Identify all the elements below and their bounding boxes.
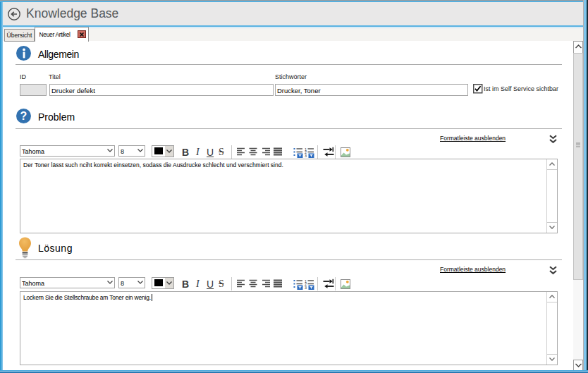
svg-text:3: 3 (305, 154, 307, 158)
svg-text:3: 3 (305, 286, 307, 290)
